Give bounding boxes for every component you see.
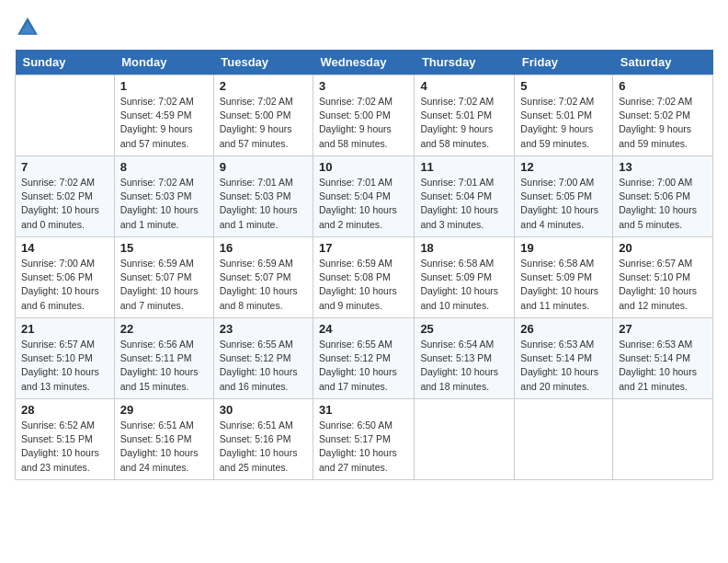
day-number: 11 xyxy=(420,160,508,174)
day-info: Sunrise: 6:59 AMSunset: 5:07 PMDaylight:… xyxy=(120,257,208,313)
calendar-cell: 30Sunrise: 6:51 AMSunset: 5:16 PMDayligh… xyxy=(213,399,313,480)
day-info: Sunrise: 6:58 AMSunset: 5:09 PMDaylight:… xyxy=(520,257,607,313)
day-info: Sunrise: 7:02 AMSunset: 5:00 PMDaylight:… xyxy=(220,95,307,151)
logo-icon xyxy=(15,15,40,40)
calendar-cell: 11Sunrise: 7:01 AMSunset: 5:04 PMDayligh… xyxy=(415,156,515,237)
calendar-cell: 15Sunrise: 6:59 AMSunset: 5:07 PMDayligh… xyxy=(114,237,213,318)
calendar-cell: 21Sunrise: 6:57 AMSunset: 5:10 PMDayligh… xyxy=(16,318,115,399)
day-number: 15 xyxy=(120,241,208,255)
calendar-cell: 19Sunrise: 6:58 AMSunset: 5:09 PMDayligh… xyxy=(515,237,613,318)
day-info: Sunrise: 6:57 AMSunset: 5:10 PMDaylight:… xyxy=(21,338,108,394)
week-row-5: 28Sunrise: 6:52 AMSunset: 5:15 PMDayligh… xyxy=(16,399,713,480)
day-info: Sunrise: 7:00 AMSunset: 5:06 PMDaylight:… xyxy=(619,176,707,232)
day-number: 31 xyxy=(319,403,408,417)
day-number: 7 xyxy=(21,160,108,174)
day-info: Sunrise: 7:00 AMSunset: 5:06 PMDaylight:… xyxy=(21,257,108,313)
calendar-cell: 2Sunrise: 7:02 AMSunset: 5:00 PMDaylight… xyxy=(213,75,313,156)
day-number: 28 xyxy=(21,403,108,417)
day-number: 21 xyxy=(21,322,108,336)
day-info: Sunrise: 7:02 AMSunset: 5:02 PMDaylight:… xyxy=(21,176,108,232)
day-info: Sunrise: 6:52 AMSunset: 5:15 PMDaylight:… xyxy=(21,419,108,475)
week-row-3: 14Sunrise: 7:00 AMSunset: 5:06 PMDayligh… xyxy=(16,237,713,318)
calendar-cell: 1Sunrise: 7:02 AMSunset: 4:59 PMDaylight… xyxy=(114,75,213,156)
calendar-cell: 8Sunrise: 7:02 AMSunset: 5:03 PMDaylight… xyxy=(114,156,213,237)
day-info: Sunrise: 7:02 AMSunset: 5:01 PMDaylight:… xyxy=(520,95,607,151)
calendar-cell: 3Sunrise: 7:02 AMSunset: 5:00 PMDaylight… xyxy=(313,75,415,156)
day-number: 27 xyxy=(619,322,707,336)
calendar-cell: 5Sunrise: 7:02 AMSunset: 5:01 PMDaylight… xyxy=(515,75,613,156)
calendar-cell: 12Sunrise: 7:00 AMSunset: 5:05 PMDayligh… xyxy=(515,156,613,237)
calendar-cell: 16Sunrise: 6:59 AMSunset: 5:07 PMDayligh… xyxy=(213,237,313,318)
day-number: 26 xyxy=(520,322,607,336)
calendar-cell: 20Sunrise: 6:57 AMSunset: 5:10 PMDayligh… xyxy=(613,237,713,318)
day-number: 3 xyxy=(319,79,408,93)
calendar-cell: 6Sunrise: 7:02 AMSunset: 5:02 PMDaylight… xyxy=(613,75,713,156)
day-info: Sunrise: 7:02 AMSunset: 5:01 PMDaylight:… xyxy=(420,95,508,151)
day-info: Sunrise: 6:53 AMSunset: 5:14 PMDaylight:… xyxy=(520,338,607,394)
day-number: 14 xyxy=(21,241,108,255)
weekday-header-friday: Friday xyxy=(515,50,613,75)
day-number: 16 xyxy=(220,241,307,255)
calendar-cell: 14Sunrise: 7:00 AMSunset: 5:06 PMDayligh… xyxy=(16,237,115,318)
weekday-header-row: SundayMondayTuesdayWednesdayThursdayFrid… xyxy=(16,50,713,75)
day-info: Sunrise: 7:01 AMSunset: 5:04 PMDaylight:… xyxy=(319,176,408,232)
day-number: 19 xyxy=(520,241,607,255)
calendar-cell: 22Sunrise: 6:56 AMSunset: 5:11 PMDayligh… xyxy=(114,318,213,399)
day-info: Sunrise: 7:01 AMSunset: 5:04 PMDaylight:… xyxy=(420,176,508,232)
day-number: 20 xyxy=(619,241,707,255)
day-info: Sunrise: 6:59 AMSunset: 5:07 PMDaylight:… xyxy=(220,257,307,313)
calendar-cell xyxy=(415,399,515,480)
calendar-cell: 13Sunrise: 7:00 AMSunset: 5:06 PMDayligh… xyxy=(613,156,713,237)
day-number: 30 xyxy=(220,403,307,417)
day-info: Sunrise: 6:55 AMSunset: 5:12 PMDaylight:… xyxy=(220,338,307,394)
day-number: 24 xyxy=(319,322,408,336)
calendar-cell: 17Sunrise: 6:59 AMSunset: 5:08 PMDayligh… xyxy=(313,237,415,318)
day-number: 1 xyxy=(120,79,208,93)
weekday-header-tuesday: Tuesday xyxy=(213,50,313,75)
day-info: Sunrise: 6:51 AMSunset: 5:16 PMDaylight:… xyxy=(220,419,307,475)
calendar-cell xyxy=(515,399,613,480)
week-row-1: 1Sunrise: 7:02 AMSunset: 4:59 PMDaylight… xyxy=(16,75,713,156)
day-number: 5 xyxy=(520,79,607,93)
day-number: 4 xyxy=(420,79,508,93)
day-info: Sunrise: 7:02 AMSunset: 4:59 PMDaylight:… xyxy=(120,95,208,151)
calendar-cell: 18Sunrise: 6:58 AMSunset: 5:09 PMDayligh… xyxy=(415,237,515,318)
day-info: Sunrise: 6:54 AMSunset: 5:13 PMDaylight:… xyxy=(420,338,508,394)
day-info: Sunrise: 6:53 AMSunset: 5:14 PMDaylight:… xyxy=(619,338,707,394)
day-number: 17 xyxy=(319,241,408,255)
weekday-header-sunday: Sunday xyxy=(16,50,115,75)
calendar-cell: 7Sunrise: 7:02 AMSunset: 5:02 PMDaylight… xyxy=(16,156,115,237)
calendar-cell: 24Sunrise: 6:55 AMSunset: 5:12 PMDayligh… xyxy=(313,318,415,399)
weekday-header-wednesday: Wednesday xyxy=(313,50,415,75)
week-row-2: 7Sunrise: 7:02 AMSunset: 5:02 PMDaylight… xyxy=(16,156,713,237)
weekday-header-saturday: Saturday xyxy=(613,50,713,75)
calendar-cell: 31Sunrise: 6:50 AMSunset: 5:17 PMDayligh… xyxy=(313,399,415,480)
day-number: 22 xyxy=(120,322,208,336)
calendar-cell xyxy=(16,75,115,156)
calendar-cell: 28Sunrise: 6:52 AMSunset: 5:15 PMDayligh… xyxy=(16,399,115,480)
page-header xyxy=(15,15,713,40)
day-info: Sunrise: 6:57 AMSunset: 5:10 PMDaylight:… xyxy=(619,257,707,313)
day-number: 25 xyxy=(420,322,508,336)
logo xyxy=(15,15,44,40)
day-info: Sunrise: 7:00 AMSunset: 5:05 PMDaylight:… xyxy=(520,176,607,232)
day-number: 6 xyxy=(619,79,707,93)
calendar-cell xyxy=(613,399,713,480)
day-info: Sunrise: 7:02 AMSunset: 5:00 PMDaylight:… xyxy=(319,95,408,151)
day-number: 12 xyxy=(520,160,607,174)
day-info: Sunrise: 7:01 AMSunset: 5:03 PMDaylight:… xyxy=(220,176,307,232)
day-info: Sunrise: 6:59 AMSunset: 5:08 PMDaylight:… xyxy=(319,257,408,313)
calendar-cell: 10Sunrise: 7:01 AMSunset: 5:04 PMDayligh… xyxy=(313,156,415,237)
day-info: Sunrise: 6:56 AMSunset: 5:11 PMDaylight:… xyxy=(120,338,208,394)
day-number: 10 xyxy=(319,160,408,174)
day-number: 8 xyxy=(120,160,208,174)
calendar-cell: 25Sunrise: 6:54 AMSunset: 5:13 PMDayligh… xyxy=(415,318,515,399)
calendar-cell: 9Sunrise: 7:01 AMSunset: 5:03 PMDaylight… xyxy=(213,156,313,237)
day-number: 23 xyxy=(220,322,307,336)
calendar-cell: 27Sunrise: 6:53 AMSunset: 5:14 PMDayligh… xyxy=(613,318,713,399)
day-info: Sunrise: 7:02 AMSunset: 5:02 PMDaylight:… xyxy=(619,95,707,151)
day-info: Sunrise: 6:58 AMSunset: 5:09 PMDaylight:… xyxy=(420,257,508,313)
calendar-cell: 23Sunrise: 6:55 AMSunset: 5:12 PMDayligh… xyxy=(213,318,313,399)
week-row-4: 21Sunrise: 6:57 AMSunset: 5:10 PMDayligh… xyxy=(16,318,713,399)
calendar-cell: 29Sunrise: 6:51 AMSunset: 5:16 PMDayligh… xyxy=(114,399,213,480)
